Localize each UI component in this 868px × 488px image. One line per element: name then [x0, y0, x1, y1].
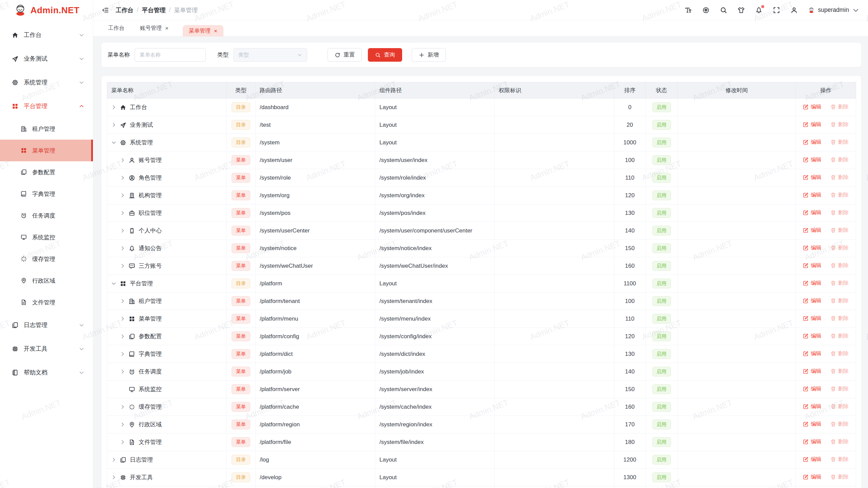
user-menu[interactable]: superadmin: [808, 6, 859, 14]
row-expand-caret[interactable]: [111, 457, 116, 462]
delete-button[interactable]: 删除: [830, 438, 849, 445]
search-button[interactable]: 查询: [368, 48, 402, 62]
delete-button[interactable]: 删除: [830, 174, 849, 181]
fullscreen-icon[interactable]: [773, 6, 780, 14]
tab-账号管理[interactable]: 账号管理 ×: [139, 20, 170, 37]
delete-button[interactable]: 删除: [830, 473, 849, 481]
sidebar-item-dict[interactable]: 字典管理: [0, 183, 93, 205]
tab-菜单管理[interactable]: 菜单管理 ×: [183, 25, 223, 37]
row-expand-caret[interactable]: [120, 440, 125, 445]
breadcrumb-item[interactable]: 平台管理: [142, 6, 165, 14]
theme-icon[interactable]: [737, 6, 745, 14]
breadcrumb-item[interactable]: 工作台: [116, 6, 134, 14]
sidebar-item-platform[interactable]: 平台管理: [0, 94, 93, 118]
close-tab-icon[interactable]: ×: [214, 28, 217, 34]
edit-button[interactable]: 编辑: [803, 456, 821, 463]
delete-button[interactable]: 删除: [830, 191, 849, 199]
row-expand-caret[interactable]: [111, 140, 116, 145]
delete-button[interactable]: 删除: [830, 139, 849, 146]
close-tab-icon[interactable]: ×: [165, 25, 169, 31]
sidebar-item-workbench[interactable]: 工作台: [0, 23, 93, 47]
sidebar-item-business-test[interactable]: 业务测试: [0, 47, 93, 70]
collapse-sidebar-icon[interactable]: [102, 7, 109, 14]
sidebar-item-system[interactable]: 系统管理: [0, 70, 93, 94]
edit-button[interactable]: 编辑: [803, 421, 821, 428]
row-expand-caret[interactable]: [120, 246, 125, 251]
edit-button[interactable]: 编辑: [803, 191, 821, 199]
delete-button[interactable]: 删除: [830, 156, 849, 163]
edit-button[interactable]: 编辑: [803, 332, 821, 340]
delete-button[interactable]: 删除: [830, 456, 849, 463]
sidebar-item-log[interactable]: 日志管理: [0, 313, 93, 337]
sidebar-item-region[interactable]: 行政区域: [0, 270, 93, 291]
row-expand-caret[interactable]: [111, 475, 116, 480]
delete-button[interactable]: 删除: [830, 121, 849, 128]
edit-button[interactable]: 编辑: [803, 403, 821, 410]
edit-button[interactable]: 编辑: [803, 315, 821, 322]
row-expand-caret[interactable]: [120, 351, 125, 357]
delete-button[interactable]: 删除: [830, 315, 849, 322]
edit-button[interactable]: 编辑: [803, 174, 821, 181]
delete-button[interactable]: 删除: [830, 403, 849, 410]
notification-icon[interactable]: [755, 6, 763, 14]
sidebar-item-menu[interactable]: 菜单管理: [0, 140, 93, 161]
language-icon[interactable]: [702, 6, 710, 14]
edit-button[interactable]: 编辑: [803, 103, 821, 110]
delete-button[interactable]: 删除: [830, 350, 849, 357]
edit-button[interactable]: 编辑: [803, 139, 821, 146]
row-expand-caret[interactable]: [120, 210, 125, 216]
row-expand-caret[interactable]: [120, 422, 125, 427]
edit-button[interactable]: 编辑: [803, 438, 821, 445]
edit-button[interactable]: 编辑: [803, 244, 821, 251]
sidebar-item-docs[interactable]: 帮助文档: [0, 361, 93, 384]
delete-button[interactable]: 删除: [830, 368, 849, 375]
edit-button[interactable]: 编辑: [803, 209, 821, 216]
row-expand-caret[interactable]: [111, 105, 116, 110]
delete-button[interactable]: 删除: [830, 103, 849, 110]
font-size-icon[interactable]: [685, 6, 692, 14]
row-expand-caret[interactable]: [120, 158, 125, 163]
edit-button[interactable]: 编辑: [803, 385, 821, 392]
app-logo[interactable]: Admin.NET: [0, 0, 93, 20]
row-expand-caret[interactable]: [120, 228, 125, 233]
row-expand-caret[interactable]: [120, 334, 125, 339]
delete-button[interactable]: 删除: [830, 280, 849, 287]
row-expand-caret[interactable]: [120, 193, 125, 198]
sidebar-item-job[interactable]: 任务调度: [0, 205, 93, 226]
row-expand-caret[interactable]: [120, 404, 125, 409]
edit-button[interactable]: 编辑: [803, 473, 821, 481]
delete-button[interactable]: 删除: [830, 209, 849, 216]
sidebar-item-file[interactable]: 文件管理: [0, 291, 93, 313]
delete-button[interactable]: 删除: [830, 227, 849, 234]
reset-button[interactable]: 重置: [328, 48, 362, 62]
edit-button[interactable]: 编辑: [803, 121, 821, 128]
menu-name-input[interactable]: [135, 48, 206, 62]
sidebar-item-server[interactable]: 系统监控: [0, 226, 93, 248]
row-expand-caret[interactable]: [120, 316, 125, 321]
row-expand-caret[interactable]: [120, 263, 125, 268]
delete-button[interactable]: 删除: [830, 262, 849, 269]
delete-button[interactable]: 删除: [830, 421, 849, 428]
profile-icon[interactable]: [790, 6, 798, 14]
edit-button[interactable]: 编辑: [803, 368, 821, 375]
sidebar-item-config[interactable]: 参数配置: [0, 161, 93, 183]
delete-button[interactable]: 删除: [830, 297, 849, 304]
edit-button[interactable]: 编辑: [803, 280, 821, 287]
edit-button[interactable]: 编辑: [803, 156, 821, 163]
row-expand-caret[interactable]: [111, 281, 116, 286]
delete-button[interactable]: 删除: [830, 244, 849, 251]
row-expand-caret[interactable]: [120, 175, 125, 180]
row-expand-caret[interactable]: [120, 299, 125, 304]
sidebar-item-cache[interactable]: 缓存管理: [0, 248, 93, 270]
edit-button[interactable]: 编辑: [803, 297, 821, 304]
delete-button[interactable]: 删除: [830, 332, 849, 340]
type-select[interactable]: 类型: [233, 48, 307, 62]
tab-工作台[interactable]: 工作台: [107, 20, 126, 37]
edit-button[interactable]: 编辑: [803, 350, 821, 357]
row-expand-caret[interactable]: [111, 122, 116, 127]
edit-button[interactable]: 编辑: [803, 262, 821, 269]
sidebar-item-tenant[interactable]: 租户管理: [0, 118, 93, 140]
delete-button[interactable]: 删除: [830, 385, 849, 392]
add-button[interactable]: 新增: [412, 48, 446, 62]
sidebar-item-develop[interactable]: 开发工具: [0, 337, 93, 361]
